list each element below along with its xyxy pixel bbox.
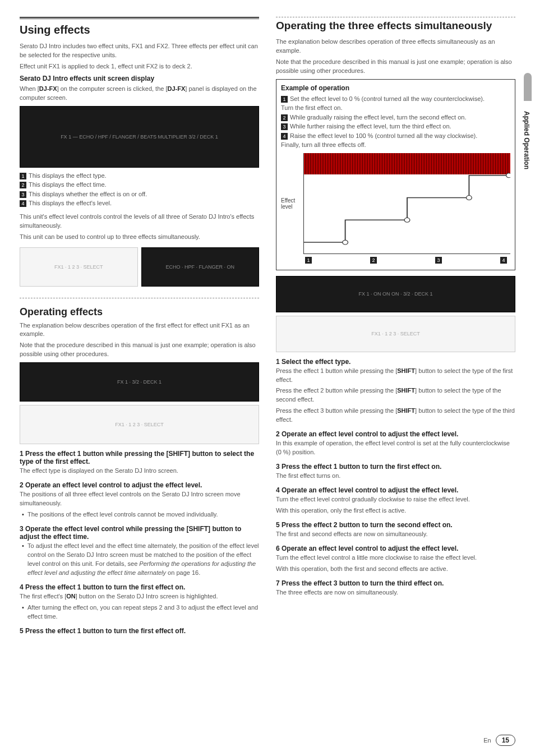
right-step-7-p: The three effects are now on simultaneou… bbox=[276, 588, 515, 597]
graph-marker-4: 4 bbox=[500, 257, 507, 264]
right-step-5-h: 5 Press the effect 2 button to turn the … bbox=[276, 521, 515, 529]
example-item-2: 2While gradually raising the effect leve… bbox=[281, 113, 510, 122]
right-step-1-p2: Press the effect 2 button while pressing… bbox=[276, 386, 515, 404]
left-step-5-h: 5 Press the effect 1 button to turn the … bbox=[20, 627, 259, 635]
graph-marker-3: 3 bbox=[435, 257, 442, 264]
two-column-layout: Using effects Serato DJ Intro includes t… bbox=[20, 17, 515, 636]
right-column: Operating the three effects simultaneous… bbox=[276, 17, 515, 636]
heading-screen-display: Serato DJ Intro effects unit screen disp… bbox=[20, 75, 259, 82]
left-step-3-h: 3 Operate the effect level control while… bbox=[20, 525, 259, 541]
callout-4: 4This displays the effect's level. bbox=[20, 199, 259, 208]
example-item-4: 4Raise the effect level to 100 % (contro… bbox=[281, 131, 510, 150]
right-step-2-h: 2 Operate an effect level control to adj… bbox=[276, 430, 515, 438]
right-step-3-h: 3 Press the effect 1 button to turn the … bbox=[276, 463, 515, 471]
right-step-6-p2: With this operation, both the first and … bbox=[276, 565, 515, 574]
footer-page-number: 15 bbox=[496, 735, 515, 746]
svg-point-1 bbox=[404, 218, 410, 222]
svg-point-3 bbox=[506, 173, 510, 177]
op-effects-p1: The explanation below describes operatio… bbox=[20, 321, 259, 339]
left-step-2-bullet: The positions of the effect level contro… bbox=[20, 510, 259, 519]
side-tab-pill bbox=[524, 73, 532, 101]
callout-1: 1This displays the effect type. bbox=[20, 171, 259, 181]
fx-panel-screenshot: FX 1 — ECHO / HPF / FLANGER / BEATS MULT… bbox=[20, 106, 259, 168]
left-step-3-bullet: To adjust the effect level and the effec… bbox=[20, 542, 259, 578]
right-step-5-p: The first and second effects are now on … bbox=[276, 530, 515, 539]
left-step-1-h: 1 Press the effect 1 button while pressi… bbox=[20, 450, 259, 465]
graph-y-label: Effect level bbox=[281, 153, 303, 254]
body-text-2: This unit can be used to control up to t… bbox=[20, 233, 259, 242]
right-step-7-h: 7 Press the effect 3 button to turn the … bbox=[276, 579, 515, 587]
callout-3: 3This displays whether the effect is on … bbox=[20, 190, 259, 199]
right-step-6-h: 6 Operate an effect level control to adj… bbox=[276, 545, 515, 552]
callout-list: 1This displays the effect type. 2This di… bbox=[20, 171, 259, 208]
fx-panel-screenshot-2: FX 1 · 3/2 · DECK 1 bbox=[20, 362, 259, 402]
left-step-2-h: 2 Operate an effect level control to adj… bbox=[20, 481, 259, 489]
graph-marker-1: 1 bbox=[305, 257, 312, 264]
example-item-1: 1Set the effect level to 0 % (control tu… bbox=[281, 94, 510, 113]
example-item-3: 3While further raising the effect level,… bbox=[281, 122, 510, 131]
left-step-2-p: The positions of all three effect level … bbox=[20, 490, 259, 508]
unit-fx1-diagram: FX1 · 1 2 3 · SELECT bbox=[20, 247, 138, 287]
dashed-divider bbox=[20, 298, 259, 302]
unit-fx1-diagram-2: FX1 · 1 2 3 · SELECT bbox=[20, 405, 259, 444]
example-title: Example of operation bbox=[281, 84, 510, 92]
right-step-6-p1: Turn the effect level control a little m… bbox=[276, 554, 515, 563]
right-p2: Note that the procedure described in thi… bbox=[276, 58, 515, 76]
right-step-1-p3: Press the effect 3 button while pressing… bbox=[276, 407, 515, 425]
right-step-3-p: The first effect turns on. bbox=[276, 472, 515, 481]
heading-three-effects: Operating the three effects simultaneous… bbox=[276, 20, 515, 32]
graph-marker-2: 2 bbox=[370, 257, 377, 264]
left-column: Using effects Serato DJ Intro includes t… bbox=[20, 17, 259, 636]
left-step-1-p: The effect type is displayed on the Sera… bbox=[20, 467, 259, 476]
side-tab-label: Applied Operation bbox=[522, 107, 532, 174]
footer-lang: En bbox=[483, 737, 491, 744]
effect-level-graph: Effect level 1 2 bbox=[281, 153, 510, 254]
fx-panel-screenshot-3: FX 1 · ON ON ON · 3/2 · DECK 1 bbox=[276, 276, 515, 312]
heading-using-effects: Using effects bbox=[20, 24, 259, 36]
intro-text-1: Serato DJ Intro includes two effect unit… bbox=[20, 42, 259, 60]
section-rule bbox=[20, 17, 259, 19]
right-p1: The explanation below describes operatio… bbox=[276, 38, 515, 56]
dashed-divider-top bbox=[276, 17, 515, 17]
left-step-4-p: The first effect's [ON] button on the Se… bbox=[20, 592, 259, 601]
screen-display-text: When [DJ-FX] on the computer screen is c… bbox=[20, 85, 259, 103]
example-of-operation-box: Example of operation 1Set the effect lev… bbox=[276, 79, 515, 270]
right-step-4-p2: With this operation, only the first effe… bbox=[276, 506, 515, 515]
right-step-4-p1: Turn the effect level control gradually … bbox=[276, 495, 515, 504]
right-step-1-h: 1 Select the effect type. bbox=[276, 358, 515, 366]
page-footer: En 15 bbox=[483, 735, 515, 746]
right-step-4-h: 4 Operate an effect level control to adj… bbox=[276, 486, 515, 494]
heading-operating-effects: Operating effects bbox=[20, 306, 259, 318]
svg-point-2 bbox=[466, 195, 472, 200]
right-step-2-p: In this example of operation, the effect… bbox=[276, 439, 515, 457]
op-effects-p2: Note that the procedure described in thi… bbox=[20, 341, 259, 359]
software-fx-knobs: ECHO · HPF · FLANGER · ON bbox=[141, 247, 260, 287]
left-step-4-bullet: After turning the effect on, you can rep… bbox=[20, 603, 259, 621]
hardware-fx-images: FX1 · 1 2 3 · SELECT ECHO · HPF · FLANGE… bbox=[20, 244, 259, 290]
left-step-4-h: 4 Press the effect 1 button to turn the … bbox=[20, 583, 259, 591]
intro-text-2: Effect unit FX1 is applied to deck 1, ef… bbox=[20, 62, 259, 71]
callout-2: 2This displays the effect time. bbox=[20, 180, 259, 190]
unit-fx1-diagram-3: FX1 · 1 2 3 · SELECT bbox=[276, 316, 515, 352]
body-text-1: This unit's effect level controls contro… bbox=[20, 213, 259, 231]
svg-point-0 bbox=[343, 240, 348, 245]
right-step-1-p1: Press the effect 1 button while pressing… bbox=[276, 367, 515, 385]
